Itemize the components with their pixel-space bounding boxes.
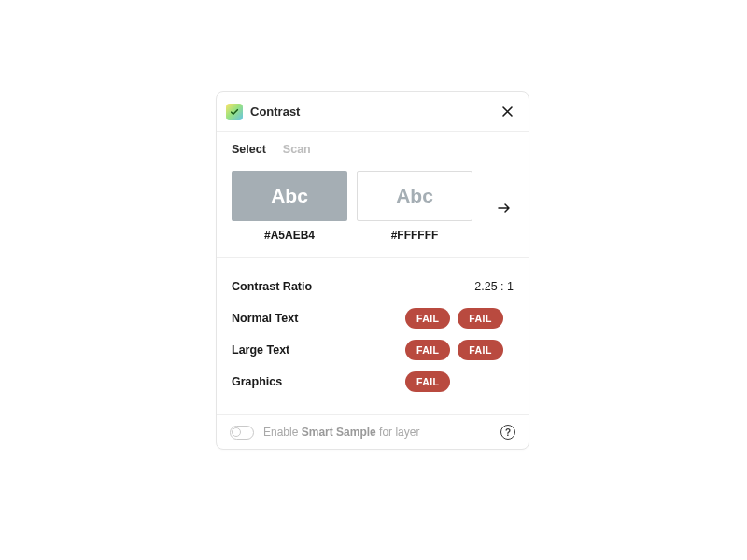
background-swatch[interactable]: Abc xyxy=(357,171,472,221)
status-badge: FAIL xyxy=(405,340,450,360)
background-hex-label: #FFFFFF xyxy=(391,229,439,242)
title-left: Contrast xyxy=(226,104,300,120)
footer-suffix: for layer xyxy=(376,426,420,439)
smart-sample-label: Enable Smart Sample for layer xyxy=(263,426,491,439)
footer-strong: Smart Sample xyxy=(302,426,376,439)
foreground-hex-label: #A5AEB4 xyxy=(264,229,315,242)
results: Contrast Ratio 2.25 : 1 Normal Text FAIL… xyxy=(217,258,529,414)
row-graphics: Graphics FAIL xyxy=(232,366,514,398)
graphics-badges: FAIL xyxy=(405,371,514,392)
footer: Enable Smart Sample for layer ? xyxy=(217,414,529,449)
row-contrast-ratio: Contrast Ratio 2.25 : 1 xyxy=(232,271,514,302)
row-normal-text: Normal Text FAIL FAIL xyxy=(232,302,514,334)
app-icon xyxy=(226,104,243,120)
background-swatch-col: Abc #FFFFFF xyxy=(357,171,472,242)
ratio-label: Contrast Ratio xyxy=(232,280,312,293)
contrast-panel: Contrast Select Scan Abc #A5AEB4 Abc #FF… xyxy=(216,91,529,450)
swatches: Abc #A5AEB4 Abc #FFFFFF xyxy=(217,167,529,258)
large-text-badges: FAIL FAIL xyxy=(405,340,514,360)
tab-select[interactable]: Select xyxy=(232,143,266,156)
ratio-value: 2.25 : 1 xyxy=(474,280,514,293)
smart-sample-toggle[interactable] xyxy=(230,426,254,440)
swap-colors-button[interactable] xyxy=(497,201,512,216)
titlebar: Contrast xyxy=(217,92,529,132)
normal-text-label: Normal Text xyxy=(232,312,298,325)
panel-title: Contrast xyxy=(250,105,300,119)
close-icon xyxy=(501,105,514,118)
row-large-text: Large Text FAIL FAIL xyxy=(232,334,514,366)
footer-prefix: Enable xyxy=(263,426,302,439)
status-badge: FAIL xyxy=(405,308,450,329)
graphics-label: Graphics xyxy=(232,375,282,388)
help-button[interactable]: ? xyxy=(500,425,515,440)
tabs: Select Scan xyxy=(217,132,529,167)
foreground-swatch-col: Abc #A5AEB4 xyxy=(232,171,347,242)
status-badge: FAIL xyxy=(405,371,450,392)
status-badge: FAIL xyxy=(458,340,502,360)
close-button[interactable] xyxy=(499,104,515,120)
foreground-swatch[interactable]: Abc xyxy=(232,171,347,221)
arrow-right-icon xyxy=(497,201,512,216)
tab-scan[interactable]: Scan xyxy=(283,143,311,156)
question-icon: ? xyxy=(505,427,511,438)
status-badge: FAIL xyxy=(458,308,502,329)
normal-text-badges: FAIL FAIL xyxy=(405,308,514,329)
checkmark-icon xyxy=(230,107,239,117)
large-text-label: Large Text xyxy=(232,343,289,357)
